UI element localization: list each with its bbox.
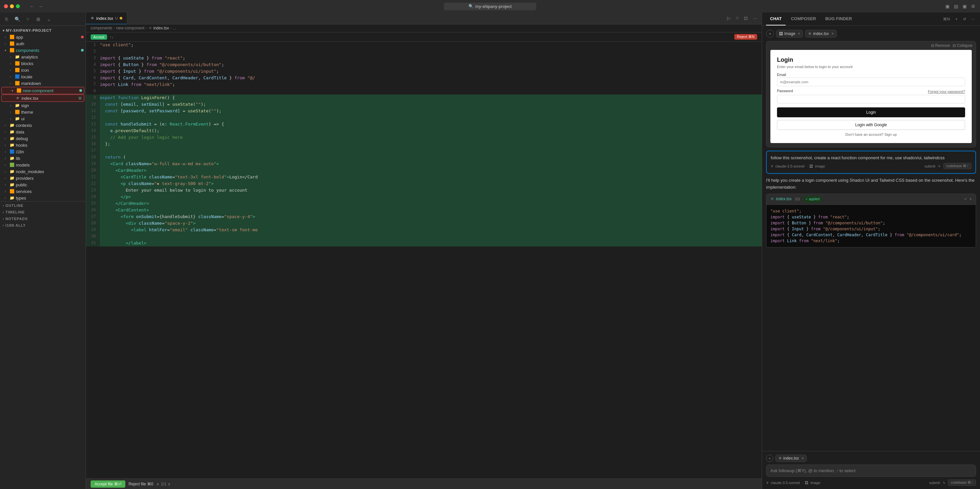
followup-codebase-btn[interactable]: codebase ⌘↑ [948,479,976,486]
tab-composer[interactable]: COMPOSER [787,13,820,25]
more-options-icon[interactable]: ··· [752,14,759,22]
attachment-image[interactable]: 🖼 Image × [776,30,803,38]
tree-item-i18n[interactable]: › 🟦 i18n [0,148,86,155]
remove-image-attachment[interactable]: × [798,32,800,36]
collapse-preview-button[interactable]: ⊟ Collapse [953,43,972,48]
sidebar-left-icon[interactable]: ▣ [944,3,950,9]
tree-item-data[interactable]: › 📁 data [0,129,86,135]
sidebar-section-outline[interactable]: › OUTLINE [0,202,86,208]
tree-item-analytics[interactable]: › 📁 analytics [0,54,86,60]
sidebar-right-icon[interactable]: ▣ [961,3,967,9]
settings-icon[interactable]: ⚙ [970,3,976,9]
tab-index-tsx[interactable]: ⚛ index.tsx U [86,13,127,24]
ai-response: I'll help you create a login component u… [766,177,976,250]
layout-icon[interactable]: ⊞ [35,16,42,22]
add-followup-attachment[interactable]: + [766,455,773,462]
nav-counter: ∧ 1/1 ∨ [156,482,170,486]
tree-item-components[interactable]: ▾ 🟧 components [0,47,86,54]
project-root[interactable]: ▾ MY-SHIPANY-PROJECT [0,27,86,34]
tree-item-types[interactable]: › 📁 types [0,195,86,201]
branch-icon[interactable]: ⑂ [24,16,31,22]
tree-item-markdown[interactable]: › 🟧 markdown [0,80,86,87]
breadcrumb-index-tsx[interactable]: index.tsx [153,26,169,30]
remove-preview-button[interactable]: ⊟ Remove [931,43,950,48]
maximize-button[interactable] [16,4,20,8]
sidebar-section-timeline[interactable]: › TIMELINE [0,208,86,215]
close-button[interactable] [4,4,8,8]
line-content-28: <div className="space-y-2"> [100,220,762,227]
tree-item-models[interactable]: › 🟩 models [0,162,86,168]
chevron-down-model-icon[interactable]: ∨ [771,164,773,168]
codebase-btn[interactable]: codebase ⌘↑ [943,163,971,169]
reject-file-button[interactable]: Reject file ⌘0 [129,482,153,486]
followup-submit[interactable]: submit [929,481,940,485]
tree-arrow-models: › [3,162,8,168]
tree-item-sign[interactable]: › 📁 sign [0,102,86,109]
back-button[interactable]: ← [29,3,35,9]
sidebar-section-i18n-ally[interactable]: › I18N ALLY [0,221,86,228]
tree-item-ui[interactable]: › 📁 ui [0,115,86,122]
chevron-down-model-icon2[interactable]: ∨ [766,480,769,485]
split-editor-icon[interactable]: ⊡ [743,14,749,22]
minimize-button[interactable] [10,4,14,8]
line-content-30 [100,233,762,240]
tree-item-index-tsx[interactable]: ⚛ index.tsx U [1,95,84,102]
submit-btn[interactable]: submit [924,164,935,168]
remove-file-attachment[interactable]: × [832,32,834,36]
branch-icon2[interactable]: ⑂ [735,14,740,22]
tree-arrow-icon: › [8,67,13,73]
tree-item-icon[interactable]: › 🟧 icon [0,67,86,73]
copy-icon[interactable]: ⎘ [3,16,10,22]
tree-item-node-modules[interactable]: › 📁 node_modules [0,168,86,175]
address-bar[interactable]: 🔍 my-shipany-project [444,3,536,10]
tree-label-new-component: new-component [23,88,78,93]
chevron-down-icon[interactable]: ⌄ [46,16,52,22]
tree-item-contexts[interactable]: › 📁 contexts [0,122,86,129]
tree-item-theme[interactable]: › 🟧 theme [0,109,86,115]
more-chat-options[interactable]: ··· [970,16,976,23]
sidebar-center-icon[interactable]: ▤ [953,3,959,9]
code-editor[interactable]: 1 "use client"; 2 3 import { useState } … [86,41,762,478]
line-num-27: 27 [86,213,100,220]
nav-up-icon[interactable]: ∧ [156,482,159,486]
add-chat-button[interactable]: + [954,16,959,23]
remove-followup-attachment[interactable]: × [802,456,804,460]
tree-item-locale[interactable]: › 🟦 locale [0,73,86,80]
tree-item-providers[interactable]: › 📁 providers [0,175,86,181]
tree-arrow-sign: › [8,103,13,108]
code-file-icon: ⚛ [770,196,774,202]
search-icon[interactable]: 🔍 [14,16,21,22]
add-attachment-button[interactable]: + [766,30,774,38]
image-attach-label: Image [784,32,795,36]
accept-code-btn[interactable]: ✓ [964,196,967,202]
tab-bug-finder[interactable]: BUG FINDER [821,13,856,25]
tree-item-new-component[interactable]: ▾ 🟧 new-component [1,87,84,94]
tree-item-hooks[interactable]: › 📁 hooks [0,142,86,148]
line-content-20: <CardHeader> [100,167,762,174]
followup-attachment[interactable]: ⚛ index.tsx × [775,455,807,462]
forward-button[interactable]: → [38,3,44,9]
tree-item-public[interactable]: › 📁 public [0,181,86,188]
attachment-file[interactable]: ⚛ index.tsx × [805,30,837,38]
line-content-27: <form onSubmit={handleSubmit} className=… [100,213,762,220]
breadcrumb-new-component[interactable]: new-component [116,26,144,30]
tree-label-node-modules: node_modules [16,169,86,174]
tab-chat[interactable]: CHAT [766,13,786,25]
tree-item-blocks[interactable]: › 🟧 blocks [0,60,86,67]
accept-file-button[interactable]: Accept file ⌘⏎ [91,480,125,488]
nav-down-icon[interactable]: ∨ [168,482,170,486]
breadcrumb-components[interactable]: components [91,26,112,30]
tree-item-debug[interactable]: › 📁 debug [0,135,86,142]
chat-followup-input[interactable]: Ask followup (⌘Y), @ to mention, ↑ to se… [766,465,976,477]
reject-code-btn[interactable]: × [970,196,972,202]
tree-item-services[interactable]: › 🟧 services [0,188,86,195]
project-name-display: my-shipany-project [476,4,512,9]
new-chat-shortcut[interactable]: ⌘N [942,16,951,23]
sidebar-section-notepads[interactable]: › NOTEPADS [0,215,86,221]
tree-item-app[interactable]: › 🟧 app [0,34,86,40]
tree-item-auth[interactable]: › 🟧 auth [0,40,86,47]
sep1: › [113,26,115,30]
history-button[interactable]: ↺ [961,16,967,23]
run-button[interactable]: ▷ [726,14,732,22]
tree-item-lib[interactable]: › 📁 lib [0,155,86,162]
